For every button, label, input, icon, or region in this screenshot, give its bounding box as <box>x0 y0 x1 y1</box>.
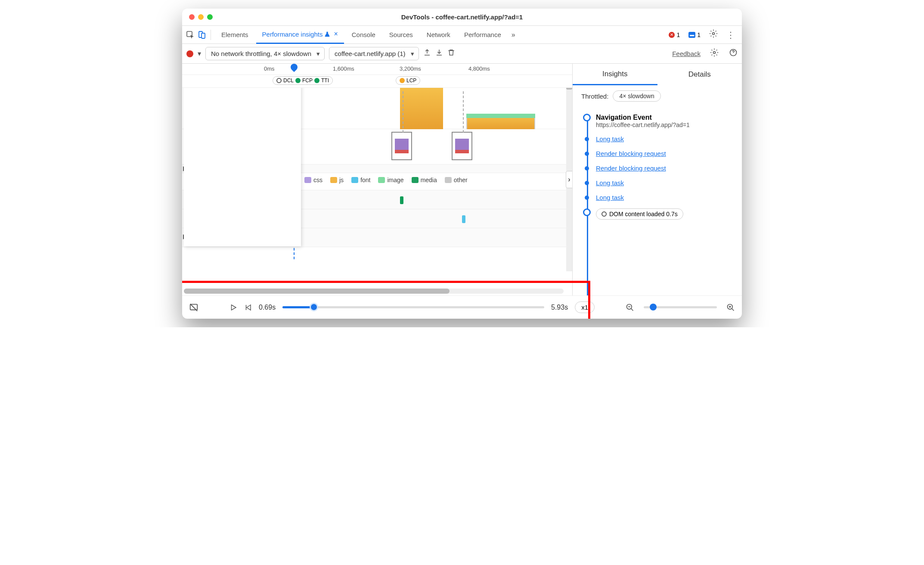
markers-row: DCL FCP TTI LCP <box>182 75 572 88</box>
tab-performance-insights[interactable]: Performance insights × <box>256 26 344 44</box>
expand-panel-icon[interactable]: › <box>566 171 572 188</box>
error-badge[interactable]: ✕ 1 <box>666 31 682 39</box>
insight-item[interactable]: Render blocking request <box>583 161 735 176</box>
tab-insights[interactable]: Insights <box>573 64 657 85</box>
devtools-tabbar: Elements Performance insights × Console … <box>182 26 742 44</box>
ruler-tick: 4,800ms <box>468 65 490 72</box>
maximize-window-button[interactable] <box>207 14 213 20</box>
timeline-ruler[interactable]: 0ms 1,600ms 3,200ms 4,800ms <box>182 64 572 75</box>
timeline-dot-icon <box>583 208 591 216</box>
slider-knob[interactable] <box>650 304 657 310</box>
tab-console[interactable]: Console <box>346 28 381 42</box>
playhead-marker[interactable] <box>289 64 299 72</box>
legend-css: css <box>304 177 322 183</box>
record-dropdown-icon[interactable]: ▾ <box>198 50 201 58</box>
throttled-label: Throttled: <box>581 93 608 100</box>
marker-dot-icon <box>295 78 301 83</box>
import-icon[interactable] <box>435 49 443 59</box>
help-icon[interactable] <box>729 48 738 59</box>
timeline-block[interactable] <box>400 88 443 129</box>
skip-back-icon[interactable] <box>244 304 252 311</box>
svg-point-3 <box>713 33 715 35</box>
timeline-dot-icon <box>585 137 589 141</box>
ruler-tick: 0ms <box>264 65 275 72</box>
timeline-block[interactable] <box>466 114 535 118</box>
traffic-lights <box>182 14 213 20</box>
minimize-window-button[interactable] <box>198 14 204 20</box>
throttled-value: 4× slowdown <box>613 90 660 102</box>
timeline-dot-icon <box>585 181 589 185</box>
timeline-dot-icon <box>585 152 589 156</box>
tab-performance[interactable]: Performance <box>458 28 507 42</box>
close-tab-icon[interactable]: × <box>334 30 338 38</box>
screenshot-thumbnail[interactable] <box>391 132 412 160</box>
throttling-dropdown[interactable]: No network throttling, 4× slowdown <box>205 47 325 60</box>
marker-dot-icon <box>400 78 405 83</box>
legend-font: font <box>351 177 370 183</box>
insight-navigation-event[interactable]: Navigation Event https://coffee-cart.net… <box>583 110 735 132</box>
window-title: DevTools - coffee-cart.netlify.app/?ad=1 <box>401 13 523 21</box>
playback-slider[interactable] <box>282 306 544 308</box>
insight-item[interactable]: Long task <box>583 190 735 205</box>
insight-item[interactable]: Long task <box>583 176 735 190</box>
zoom-in-icon[interactable] <box>726 303 735 312</box>
error-icon: ✕ <box>669 32 675 38</box>
scrollbar-thumb[interactable] <box>566 88 572 90</box>
inspect-icon[interactable] <box>186 30 195 40</box>
resource-bar[interactable] <box>462 215 465 223</box>
message-badge[interactable]: ▬ 1 <box>686 31 703 39</box>
close-window-button[interactable] <box>189 14 195 20</box>
slider-knob[interactable] <box>310 303 318 311</box>
insight-item[interactable]: Render blocking request <box>583 146 735 161</box>
record-button[interactable] <box>186 50 193 57</box>
scrollbar-thumb[interactable] <box>184 289 450 294</box>
marker-lcp[interactable]: LCP <box>396 76 420 85</box>
detail-card[interactable] <box>184 88 301 246</box>
resource-bar[interactable] <box>400 196 403 204</box>
zoom-slider[interactable] <box>644 306 717 308</box>
legend-media: media <box>412 177 437 183</box>
legend-image: image <box>378 177 403 183</box>
timeline-dot-icon <box>583 114 591 121</box>
tracks: css js font image media other <box>182 88 572 295</box>
ruler-tick: 1,600ms <box>333 65 354 72</box>
timeline-dot-icon <box>585 196 589 200</box>
marker-dcl[interactable]: DCL FCP TTI <box>273 76 333 85</box>
playback-bar: 0.69s 5.93s x1 <box>182 295 742 319</box>
legend-other: other <box>445 177 468 183</box>
timeline-dot-icon <box>585 166 589 171</box>
more-tabs-icon[interactable]: » <box>512 31 515 39</box>
origin-dropdown[interactable]: coffee-cart.netlify.app (1) <box>329 47 419 60</box>
svg-rect-2 <box>202 33 205 38</box>
playback-end-time: 5.93s <box>551 304 568 311</box>
device-toolbar-icon[interactable] <box>197 30 206 40</box>
tab-elements[interactable]: Elements <box>215 28 254 42</box>
tab-sources[interactable]: Sources <box>383 28 419 42</box>
ruler-tick: 3,200ms <box>400 65 421 72</box>
insight-item[interactable]: DOM content loaded 0.7s <box>583 205 735 223</box>
settings-icon[interactable] <box>709 29 718 40</box>
screenshot-thumbnail[interactable] <box>452 132 472 160</box>
timeline-area: 0ms 1,600ms 3,200ms 4,800ms DCL FCP TTI <box>182 64 572 295</box>
playback-start-time: 0.69s <box>259 304 276 311</box>
export-icon[interactable] <box>423 49 431 59</box>
kebab-menu-icon[interactable]: ⋮ <box>726 30 735 40</box>
tab-details[interactable]: Details <box>657 64 742 85</box>
feedback-link[interactable]: Feedback <box>672 50 701 57</box>
zoom-out-icon[interactable] <box>626 303 634 312</box>
message-icon: ▬ <box>688 32 695 38</box>
panel-settings-icon[interactable] <box>710 48 719 59</box>
insights-toolbar: ▾ No network throttling, 4× slowdown cof… <box>182 44 742 64</box>
insight-item[interactable]: Long task <box>583 132 735 146</box>
play-icon[interactable] <box>229 304 237 311</box>
toggle-visibility-icon[interactable] <box>189 303 198 312</box>
insights-list: Navigation Event https://coffee-cart.net… <box>573 107 742 295</box>
flask-icon <box>324 31 330 37</box>
titlebar: DevTools - coffee-cart.netlify.app/?ad=1 <box>182 9 742 26</box>
svg-point-4 <box>713 52 716 54</box>
legend-js: js <box>330 177 344 183</box>
tab-network[interactable]: Network <box>421 28 456 42</box>
horizontal-scrollbar[interactable] <box>184 289 564 294</box>
playback-speed-button[interactable]: x1 <box>575 301 595 313</box>
delete-icon[interactable] <box>447 49 455 59</box>
